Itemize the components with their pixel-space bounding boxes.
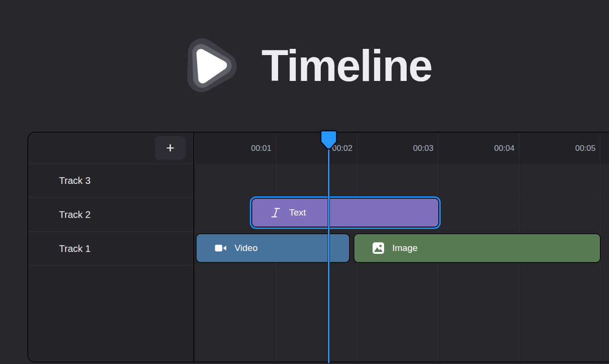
timeline-track-area[interactable]: 00:01 00:02 00:03 00:04 00:05 Text (195, 133, 609, 362)
time-ruler[interactable]: 00:01 00:02 00:03 00:04 00:05 (195, 133, 609, 164)
play-logo-icon (177, 32, 245, 100)
track-row-3[interactable]: Track 3 (28, 164, 193, 198)
timeline-panel: 00:01 00:02 00:03 00:04 00:05 Text (27, 132, 609, 363)
add-track-button[interactable]: + (155, 136, 186, 160)
video-camera-icon (214, 241, 227, 255)
track-row-2[interactable]: Track 2 (28, 198, 193, 232)
clip-label: Video (234, 243, 258, 253)
lane-divider (195, 266, 609, 266)
clip-text-selected[interactable]: Text (251, 198, 439, 228)
clip-image[interactable]: Image (353, 233, 601, 263)
ruler-tick-label: 00:04 (438, 133, 519, 164)
clip-label: Text (289, 207, 306, 218)
image-icon (372, 241, 385, 255)
track-label: Track 3 (59, 175, 91, 186)
clip-video[interactable]: Video (196, 233, 350, 263)
ruler-tick-label: 00:03 (357, 133, 438, 164)
ruler-tick-label: 00:05 (519, 133, 600, 164)
track-row-1[interactable]: Track 1 (28, 232, 193, 266)
playhead-handle[interactable] (320, 130, 338, 152)
track-list-header: + (28, 133, 193, 164)
ruler-tick-label: 00:02 (276, 133, 357, 164)
playhead-line (328, 144, 329, 363)
ruler-tick-label: 00:01 (195, 133, 276, 164)
track-label: Track 2 (59, 209, 91, 220)
text-italic-icon (269, 206, 282, 219)
track-label: Track 1 (59, 243, 91, 254)
clip-label: Image (392, 243, 418, 253)
app-header: Timeline (0, 30, 609, 102)
page-title: Timeline (261, 44, 432, 88)
track-list: + Track 3 Track 2 Track 1 (28, 133, 194, 362)
lane-divider (195, 232, 609, 232)
